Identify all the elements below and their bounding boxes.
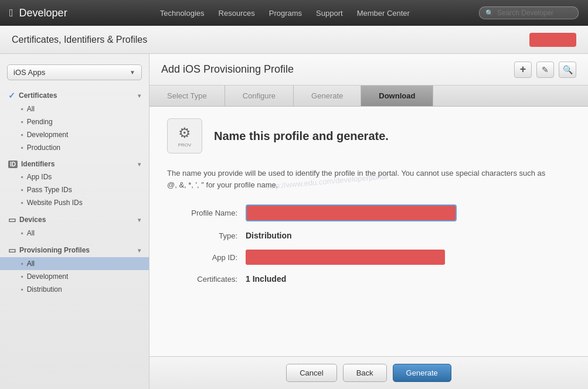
sidebar-section-certificates-header[interactable]: ✓ Certificates ▾ (0, 87, 149, 103)
sidebar-item-development-profiles[interactable]: Development (0, 270, 149, 283)
wizard-tabs: Select Type Configure Generate Download (149, 86, 588, 107)
apple-logo-icon:  (9, 7, 13, 19)
sidebar-item-all-certs[interactable]: All (0, 103, 149, 115)
sidebar-identifiers-label: Identifiers (21, 160, 55, 168)
profile-heading: Name this profile and generate. (214, 129, 389, 143)
header-actions: + ✎ 🔍 (514, 62, 576, 78)
profile-name-input[interactable] (246, 204, 457, 221)
header-action-button[interactable] (529, 33, 576, 47)
sidebar-item-pending[interactable]: Pending (0, 115, 149, 128)
search-box[interactable]: 🔍 (479, 6, 579, 19)
certificates-chevron-icon: ▾ (138, 93, 141, 99)
content-footer: Cancel Back Generate (149, 356, 588, 389)
brand-name: Developer (19, 7, 67, 19)
sidebar-item-production[interactable]: Production (0, 141, 149, 154)
search-button[interactable]: 🔍 (559, 62, 576, 78)
generate-button[interactable]: Generate (393, 364, 451, 382)
app-id-label: App ID: (167, 253, 237, 262)
provisioning-icon: ▭ (8, 245, 16, 255)
top-navigation:  Developer Technologies Resources Progr… (0, 0, 588, 26)
cancel-button[interactable]: Cancel (286, 364, 337, 382)
sidebar-item-development-certs[interactable]: Development (0, 128, 149, 141)
sidebar-item-pass-type-ids[interactable]: Pass Type IDs (0, 183, 149, 196)
identifiers-icon: ID (8, 161, 18, 168)
profile-icon-area: ⚙ PROV Name this profile and generate. (167, 118, 570, 153)
sidebar-section-devices-header[interactable]: ▭ Devices ▾ (0, 211, 149, 227)
nav-programs[interactable]: Programs (269, 9, 302, 18)
back-button[interactable]: Back (343, 364, 387, 382)
sidebar-item-app-ids[interactable]: App IDs (0, 170, 149, 183)
sidebar-section-provisioning: ▭ Provisioning Profiles ▾ All Developmen… (0, 242, 149, 296)
sidebar-platform-dropdown[interactable]: iOS Apps ▼ (7, 64, 142, 80)
provisioning-chevron-icon: ▾ (138, 247, 141, 254)
wizard-tab-generate: Generate (294, 86, 361, 106)
provisioning-profile-icon: ⚙ PROV (167, 118, 202, 153)
nav-member-center[interactable]: Member Center (357, 9, 410, 18)
wizard-tab-select-type-label: Select Type (167, 91, 207, 100)
certificates-icon: ✓ (8, 91, 15, 100)
certificates-label: Certificates: (167, 275, 237, 284)
sidebar-dropdown-label: iOS Apps (13, 68, 45, 77)
nav-links: Technologies Resources Programs Support … (91, 9, 479, 18)
profile-name-row: Profile Name: (167, 204, 570, 221)
content-title: Add iOS Provisioning Profile (161, 63, 294, 76)
sidebar: iOS Apps ▼ ✓ Certificates ▾ All Pending … (0, 54, 149, 389)
dropdown-arrow-icon: ▼ (130, 69, 135, 76)
devices-chevron-icon: ▾ (138, 217, 141, 223)
wizard-tab-download: Download (361, 86, 433, 106)
sidebar-devices-label: Devices (19, 216, 46, 224)
profile-name-label: Profile Name: (167, 209, 237, 217)
wizard-tab-configure: Configure (225, 86, 294, 106)
certificates-row: Certificates: 1 Included (167, 274, 570, 284)
app-id-value (246, 250, 445, 265)
nav-support[interactable]: Support (316, 9, 343, 18)
type-label: Type: (167, 231, 237, 240)
sidebar-item-all-devices[interactable]: All (0, 227, 149, 240)
page-title: Certificates, Identifiers & Profiles (12, 35, 147, 45)
wizard-tab-select-type: Select Type (149, 86, 225, 106)
content-area: Add iOS Provisioning Profile + ✎ 🔍 Selec… (149, 54, 588, 389)
wizard-tab-configure-label: Configure (243, 91, 276, 100)
content-header: Add iOS Provisioning Profile + ✎ 🔍 (149, 54, 588, 86)
sidebar-section-certificates: ✓ Certificates ▾ All Pending Development… (0, 87, 149, 154)
nav-technologies[interactable]: Technologies (160, 9, 205, 18)
sidebar-section-devices: ▭ Devices ▾ All (0, 211, 149, 240)
certificates-value: 1 Included (246, 274, 286, 284)
search-icon: 🔍 (485, 9, 494, 17)
add-button[interactable]: + (514, 62, 532, 78)
sidebar-section-provisioning-header[interactable]: ▭ Provisioning Profiles ▾ (0, 242, 149, 257)
page-header: Certificates, Identifiers & Profiles (0, 26, 588, 54)
content-body: ⚙ PROV Name this profile and generate. h… (149, 107, 588, 356)
devices-icon: ▭ (8, 215, 16, 224)
main-layout: iOS Apps ▼ ✓ Certificates ▾ All Pending … (0, 54, 588, 389)
type-row: Type: Distribution (167, 231, 570, 240)
type-value: Distribution (246, 231, 292, 240)
wizard-tab-download-label: Download (379, 91, 415, 100)
sidebar-item-distribution-profiles[interactable]: Distribution (0, 283, 149, 296)
description-text: The name you provide will be used to ide… (167, 168, 554, 190)
sidebar-section-identifiers-header[interactable]: ID Identifiers ▾ (0, 156, 149, 170)
sidebar-provisioning-label: Provisioning Profiles (19, 246, 90, 254)
sidebar-certificates-label: Certificates (19, 91, 57, 100)
nav-resources[interactable]: Resources (219, 9, 255, 18)
identifiers-chevron-icon: ▾ (138, 161, 141, 168)
search-input[interactable] (497, 9, 567, 17)
sidebar-item-website-push-ids[interactable]: Website Push IDs (0, 196, 149, 209)
app-id-row: App ID: (167, 250, 570, 265)
edit-button[interactable]: ✎ (536, 62, 554, 78)
sidebar-item-all-profiles[interactable]: All (0, 257, 149, 270)
gear-icon: ⚙ (178, 125, 191, 141)
sidebar-section-identifiers: ID Identifiers ▾ App IDs Pass Type IDs W… (0, 156, 149, 209)
wizard-tab-generate-label: Generate (311, 91, 343, 100)
